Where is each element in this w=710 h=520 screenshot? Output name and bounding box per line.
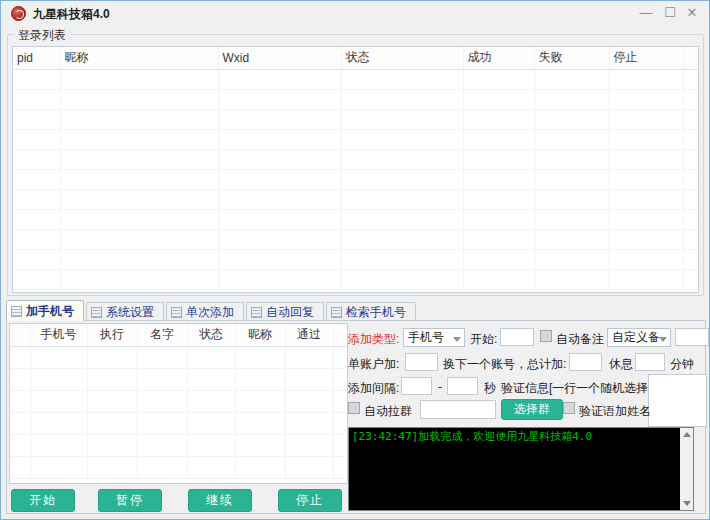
form-icon — [91, 307, 102, 318]
table-row[interactable] — [13, 249, 698, 269]
add-type-label: 添加类型: — [348, 331, 399, 348]
table-row[interactable] — [10, 412, 347, 434]
column-header-exec[interactable]: 执行 — [87, 324, 137, 346]
maximize-icon[interactable]: ☐ — [659, 4, 681, 22]
start-label: 开始: — [470, 331, 497, 348]
console-log-line: [23:42:47]加载完成，欢迎使用九星科技箱4.0 — [352, 430, 677, 444]
scroll-down-icon[interactable] — [683, 501, 691, 506]
login-list-group-label: 登录列表 — [14, 27, 70, 44]
column-header-status[interactable]: 状态 — [341, 47, 463, 69]
add-type-value: 手机号 — [408, 329, 444, 346]
start-input[interactable] — [500, 328, 534, 346]
table-row[interactable] — [10, 346, 347, 368]
tab-label: 检索手机号 — [346, 304, 406, 321]
tab-auto-reply[interactable]: 自动回复 — [246, 302, 324, 321]
tab-label: 系统设置 — [106, 304, 154, 321]
interval-from-input[interactable] — [401, 377, 432, 395]
auto-group-label: 自动拉群 — [364, 403, 412, 420]
tab-label: 加手机号 — [26, 303, 74, 320]
app-window: 九星科技箱4.0 — ☐ ✕ 登录列表 pid 昵称 Wxid 状态 成功 — [0, 0, 710, 520]
tab-search-phone[interactable]: 检索手机号 — [326, 302, 416, 321]
table-row[interactable] — [10, 368, 347, 390]
table-row[interactable] — [13, 149, 698, 169]
minimize-icon[interactable]: — — [635, 4, 657, 22]
custom-note-value: 自定义备 — [612, 329, 660, 346]
login-table: pid 昵称 Wxid 状态 成功 失败 停止 — [12, 46, 699, 293]
add-type-select[interactable]: 手机号 — [403, 328, 465, 347]
tab-single-add[interactable]: 单次添加 — [166, 302, 244, 321]
tab-add-phone[interactable]: 加手机号 — [6, 300, 84, 321]
verify-name-label: 验证语加姓名 — [579, 403, 651, 420]
column-header-success[interactable]: 成功 — [463, 47, 534, 69]
verify-info-textarea[interactable] — [648, 374, 707, 427]
column-header-fail[interactable]: 失败 — [534, 47, 609, 69]
rest-input[interactable] — [635, 353, 665, 371]
form-icon — [171, 307, 182, 318]
column-header-name[interactable]: 名字 — [137, 324, 187, 346]
seconds-label: 秒 — [484, 380, 496, 397]
title-bar: 九星科技箱4.0 — ☐ ✕ — [1, 1, 709, 27]
chevron-down-icon — [453, 337, 461, 342]
minutes-label: 分钟 — [670, 356, 694, 373]
table-row[interactable] — [10, 434, 347, 456]
select-group-button[interactable]: 选择群 — [501, 399, 563, 420]
custom-note-select[interactable]: 自定义备 — [607, 328, 671, 347]
console-scrollbar[interactable] — [680, 428, 693, 510]
table-row[interactable] — [13, 269, 698, 289]
continue-button[interactable]: 继续 — [188, 489, 252, 512]
phone-table-header-row: 手机号 执行 名字 状态 昵称 通过 — [10, 324, 347, 346]
scroll-up-icon[interactable] — [683, 432, 691, 437]
next-account-label: 换下一个账号，总计加: — [443, 356, 566, 373]
table-row[interactable] — [13, 69, 698, 89]
table-row[interactable] — [13, 129, 698, 149]
table-row[interactable] — [10, 390, 347, 412]
column-header-nickname[interactable]: 昵称 — [60, 47, 218, 69]
total-add-input[interactable] — [569, 353, 602, 371]
phone-table: 手机号 执行 名字 状态 昵称 通过 — [9, 323, 348, 484]
per-account-label: 单账户加: — [348, 356, 399, 373]
interval-dash: - — [438, 380, 442, 394]
login-list-group: 登录列表 pid 昵称 Wxid 状态 成功 失败 停止 — [7, 34, 704, 296]
verify-info-label: 验证信息[一行一个随机选择] — [501, 380, 652, 397]
per-account-input[interactable] — [405, 353, 438, 371]
tab-label: 自动回复 — [266, 304, 314, 321]
tab-strip: 加手机号 系统设置 单次添加 自动回复 检索手机号 — [6, 301, 418, 321]
table-row[interactable] — [10, 456, 347, 478]
column-header-passed[interactable]: 通过 — [285, 324, 333, 346]
table-row[interactable] — [13, 229, 698, 249]
verify-name-checkbox[interactable] — [563, 402, 575, 414]
table-row[interactable] — [13, 109, 698, 129]
column-header-nickname[interactable]: 昵称 — [235, 324, 285, 346]
custom-note-input[interactable] — [675, 328, 709, 346]
column-header-status[interactable]: 状态 — [187, 324, 235, 346]
column-header-filler — [683, 47, 698, 69]
table-row[interactable] — [13, 189, 698, 209]
interval-label: 添加间隔: — [348, 380, 399, 397]
column-header-phone[interactable]: 手机号 — [30, 324, 87, 346]
column-header-stop[interactable]: 停止 — [609, 47, 683, 69]
auto-note-checkbox[interactable] — [540, 330, 552, 342]
table-row[interactable] — [13, 209, 698, 229]
chevron-down-icon — [659, 337, 667, 342]
form-icon — [331, 307, 342, 318]
form-icon — [11, 306, 22, 317]
pause-button[interactable]: 暂停 — [98, 489, 162, 512]
column-header-rowselector — [10, 324, 30, 346]
tab-label: 单次添加 — [186, 304, 234, 321]
group-input[interactable] — [420, 400, 496, 419]
column-header-wxid[interactable]: Wxid — [218, 47, 341, 69]
column-header-pid[interactable]: pid — [13, 47, 60, 69]
start-button[interactable]: 开始 — [11, 489, 75, 512]
table-row[interactable] — [13, 169, 698, 189]
table-row[interactable] — [13, 89, 698, 109]
tab-system-settings[interactable]: 系统设置 — [86, 302, 164, 321]
log-console: [23:42:47]加载完成，欢迎使用九星科技箱4.0 — [348, 427, 694, 511]
interval-to-input[interactable] — [447, 377, 478, 395]
app-icon — [11, 6, 26, 21]
form-icon — [251, 307, 262, 318]
close-icon[interactable]: ✕ — [681, 4, 703, 22]
login-table-header-row: pid 昵称 Wxid 状态 成功 失败 停止 — [13, 47, 698, 69]
stop-button[interactable]: 停止 — [278, 489, 342, 512]
auto-group-checkbox[interactable] — [348, 402, 360, 414]
column-header-filler — [333, 324, 347, 346]
